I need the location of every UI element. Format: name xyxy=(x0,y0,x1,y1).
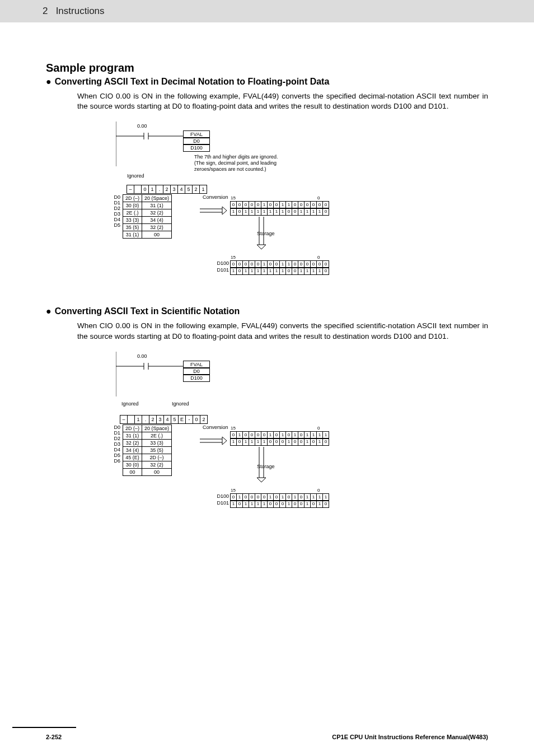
section-title: Sample program xyxy=(46,62,488,74)
page-number: 2-252 xyxy=(46,734,62,740)
manual-title: CP1E CPU Unit Instructions Reference Man… xyxy=(332,734,488,740)
bit-hi-2: 15 xyxy=(231,255,236,260)
arrow-down-icon xyxy=(256,217,267,250)
svg-marker-21 xyxy=(257,478,266,482)
ascii-table: 2D (–)20 (Space) 30 (0)31 (1) 2E (.)32 (… xyxy=(123,194,172,239)
bit-hi: 15 xyxy=(231,195,236,200)
bit-lo: 0 xyxy=(317,426,320,431)
subsection-1-title: Converting ASCII Text in Decimal Notatio… xyxy=(46,77,488,87)
conversion-label: Conversion xyxy=(203,424,228,430)
ascii-table: 2D (–)20 (Space) 31 (1)2E (.) 32 (2)33 (… xyxy=(123,424,172,476)
conversion-label: Conversion xyxy=(203,194,228,200)
ignored-1: Ignored xyxy=(121,401,139,407)
svg-marker-7 xyxy=(222,207,227,214)
bits-row-b: 1011111110011110 xyxy=(231,208,329,216)
contact-label: 0.00 xyxy=(137,353,147,359)
diagram-scientific: 0.00 FVAL D0 D100 Ignored Ignored – 1 . … xyxy=(110,352,424,525)
footer-rule xyxy=(12,727,76,728)
page: 2 Instructions Sample program Converting… xyxy=(0,0,534,756)
bits-row-b: 1011110001001010 xyxy=(231,438,329,446)
instr-d100: D100 xyxy=(183,144,210,152)
d-row-labels: D0 D1 D2 D3 D4 D5 xyxy=(110,194,120,228)
arrow-right-icon xyxy=(200,206,228,217)
contact-label: 0.00 xyxy=(137,123,147,129)
note-text: The 7th and higher digits are ignored. (… xyxy=(194,154,278,172)
chapter-title: Instructions xyxy=(56,6,105,16)
d-row-labels: D0 D1 D2 D3 D4 D5 D6 xyxy=(110,424,120,464)
ignored-2: Ignored xyxy=(172,401,189,407)
subsection-2-body: When CIO 0.00 is ON in the following exa… xyxy=(77,321,488,341)
footer: 2-252 CP1E CPU Unit Instructions Referen… xyxy=(46,734,488,740)
chapter-header: 2 Instructions xyxy=(0,0,534,22)
bit-hi-2: 15 xyxy=(231,488,236,493)
svg-marker-18 xyxy=(222,437,227,445)
bit-lo-2: 0 xyxy=(317,255,320,260)
bit-lo-2: 0 xyxy=(317,488,320,493)
diagram-decimal: 0.00 FVAL D0 D100 The 7th and higher dig… xyxy=(110,122,424,290)
bit-hi: 15 xyxy=(231,426,236,431)
instr-d100: D100 xyxy=(183,374,210,382)
arrow-right-icon xyxy=(200,436,228,447)
chapter-number: 2 xyxy=(43,6,48,16)
content: Sample program Converting ASCII Text in … xyxy=(0,22,534,525)
ignored-label: Ignored xyxy=(127,173,144,179)
subsection-2-title: Converting ASCII Text in Scientific Nota… xyxy=(46,306,488,316)
bits-row-d: 1011110001001010 xyxy=(231,500,329,508)
bit-lo: 0 xyxy=(317,195,320,200)
bits-row-d: 1011111110011110 xyxy=(231,267,329,275)
subsection-1-body: When CIO 0.00 is ON in the following exa… xyxy=(77,91,488,111)
arrow-down-icon xyxy=(256,447,267,483)
svg-marker-10 xyxy=(257,245,266,249)
char-cells: – 0 1 . 2 3 4 5 2 1 xyxy=(127,185,207,194)
char-cells: – 1 . 2 3 4 5 E - 0 2 xyxy=(120,415,208,424)
